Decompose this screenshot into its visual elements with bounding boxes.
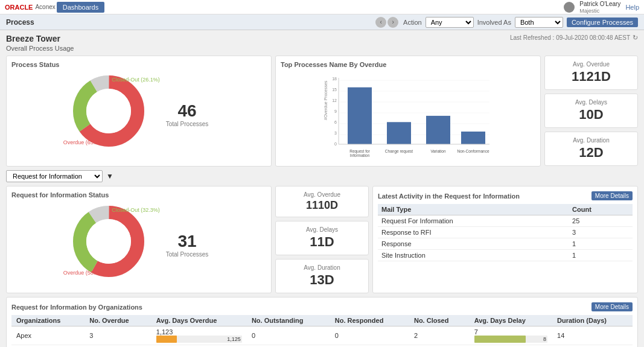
involved-as-label: Involved As (477, 19, 511, 26)
count-cell: 3 (569, 227, 633, 238)
refresh-icon[interactable]: ↻ (633, 34, 638, 42)
action-label: Action (403, 19, 422, 26)
total-processes: 46 Total Processes (166, 101, 209, 127)
avg-delays-card: Avg. Delays 10D (544, 94, 638, 128)
nav-arrows: ‹ › (375, 17, 398, 28)
svg-text:#Overdue Processes: #Overdue Processes (324, 80, 328, 120)
rfi-avg-delays-card: Avg. Delays 11D (275, 221, 369, 255)
org-title: Request for Information by Organizations (11, 304, 142, 311)
svg-text:6: 6 (334, 120, 337, 124)
total-label: Total Processes (166, 121, 209, 127)
rfi-avg-delays-label: Avg. Delays (283, 226, 361, 233)
svg-rect-25 (426, 116, 450, 144)
count-col-header: Count (569, 204, 633, 215)
next-arrow[interactable]: › (387, 17, 398, 28)
dashboards-tab[interactable]: Dashboards (57, 2, 104, 13)
aconex-label: Aconex (35, 4, 55, 10)
involved-as-select[interactable]: Both (515, 17, 563, 28)
activity-table-row: Request For Information25 (378, 215, 633, 227)
help-button[interactable]: Help (625, 4, 639, 11)
closed-label: Closed-Out (26.1%) (112, 77, 160, 83)
action-select[interactable]: Any (426, 17, 474, 28)
prev-arrow[interactable]: ‹ (375, 17, 386, 28)
count-cell: 25 (569, 215, 633, 227)
org-col: Organizations (11, 315, 84, 326)
rfi-avg-overdue-card: Avg. Overdue 1110D (275, 186, 369, 217)
dropdown-row: Request for Information Change request V… (6, 170, 638, 182)
top-right: Patrick O'Leary Majestic Help (564, 1, 639, 14)
svg-text:18: 18 (332, 77, 337, 81)
project-info: Breeze Tower Overall Process Usage (6, 34, 74, 56)
no-overdue-cell: 3 (84, 326, 151, 345)
org-title-row: Request for Information by Organizations… (11, 302, 633, 311)
rfi-avg-duration-label: Avg. Duration (283, 264, 361, 271)
no-closed-cell: 2 (409, 326, 470, 345)
rfi-avg-overdue-value: 1110D (283, 199, 361, 212)
svg-text:3: 3 (334, 131, 337, 135)
activity-more-details-button[interactable]: More Details (591, 191, 633, 200)
svg-point-4 (86, 89, 131, 133)
activity-title: Latest Activity in the Request for Infor… (378, 193, 520, 200)
svg-text:15: 15 (332, 88, 337, 92)
user-avatar (564, 2, 575, 13)
process-label: Process (6, 18, 34, 27)
avg-days-delay-cell: 7 8 (470, 326, 552, 345)
avg-overdue-label: Avg. Overdue (552, 61, 630, 68)
org-table-header: Organizations No. Overdue Avg. Days Over… (11, 315, 633, 326)
svg-text:Change request: Change request (385, 149, 413, 154)
svg-point-34 (86, 219, 131, 264)
rfi-status-card: Request for Information Status Closed-Ou… (6, 186, 272, 293)
rfi-avg-delays-value: 11D (283, 234, 361, 250)
org-table: Organizations No. Overdue Avg. Days Over… (11, 315, 633, 345)
filter-group: Action Any Involved As Both Configure Pr… (403, 17, 638, 28)
duration-cell: 14 (552, 326, 633, 345)
bar-chart-title: Top Processes Name By Overdue (281, 61, 535, 68)
rfi-donut-svg (69, 202, 148, 281)
activity-table-header: Mail Type Count (378, 204, 633, 215)
count-cell: 1 (569, 250, 633, 261)
overdue-label: Overdue (65.2%) (63, 139, 105, 145)
total-num: 46 (166, 101, 209, 121)
bottom-cards-row: Request for Information Status Closed-Ou… (6, 186, 638, 293)
avg-duration-value: 12D (552, 145, 630, 161)
avg-days-overdue-fill (156, 336, 177, 343)
svg-rect-20 (348, 88, 372, 144)
svg-rect-27 (461, 132, 485, 144)
rfi-status-title: Request for Information Status (11, 191, 266, 199)
page-content: Breeze Tower Overall Process Usage Last … (0, 30, 644, 347)
avg-delays-label: Avg. Delays (552, 99, 630, 106)
svg-text:9: 9 (334, 109, 337, 113)
no-responded-col: No. Responded (330, 315, 409, 326)
mail-type-cell: Response (378, 238, 569, 250)
avg-days-value: 1,123 (156, 328, 173, 336)
no-outstanding-col: No. Outstanding (247, 315, 330, 326)
duration-col: Duration (Days) (552, 315, 633, 326)
process-donut-container: Closed-Out (26.1%) Overdue (65.2%) (69, 72, 154, 156)
org-section: Request for Information by Organizations… (6, 297, 638, 347)
rfi-avg-overdue-label: Avg. Overdue (283, 191, 361, 198)
no-closed-col: No. Closed (409, 315, 470, 326)
mail-type-cell: Site Instruction (378, 250, 569, 261)
avg-days-delay-col: Avg. Days Delay (470, 315, 552, 326)
no-responded-cell: 0 (330, 326, 409, 345)
org-name-cell: Apex (11, 326, 84, 345)
rfi-avg-duration-card: Avg. Duration 13D (275, 259, 369, 293)
avg-delay-value: 7 (474, 328, 478, 336)
no-overdue-col: No. Overdue (84, 315, 151, 326)
configure-processes-button[interactable]: Configure Processes (567, 18, 638, 27)
avg-days-overdue-bar: 1,125 (156, 336, 242, 343)
bar-chart-card: Top Processes Name By Overdue #Overdue P… (275, 56, 541, 167)
mail-type-col-header: Mail Type (378, 204, 569, 215)
process-donut-svg (69, 72, 148, 150)
activity-title-row: Latest Activity in the Request for Infor… (378, 191, 633, 200)
process-type-select[interactable]: Request for Information Change request V… (6, 170, 103, 182)
count-cell: 1 (569, 238, 633, 250)
avg-days-delay-fill (474, 336, 526, 343)
top-cards-row: Process Status (6, 56, 638, 167)
project-header: Breeze Tower Overall Process Usage Last … (6, 34, 638, 56)
mail-type-cell: Response to RFI (378, 227, 569, 238)
svg-text:Non-Conformance: Non-Conformance (457, 149, 489, 153)
org-more-details-button[interactable]: More Details (591, 302, 633, 311)
activity-table-row: Response to RFI3 (378, 227, 633, 238)
avg-days-overdue-col: Avg. Days Overdue (151, 315, 247, 326)
